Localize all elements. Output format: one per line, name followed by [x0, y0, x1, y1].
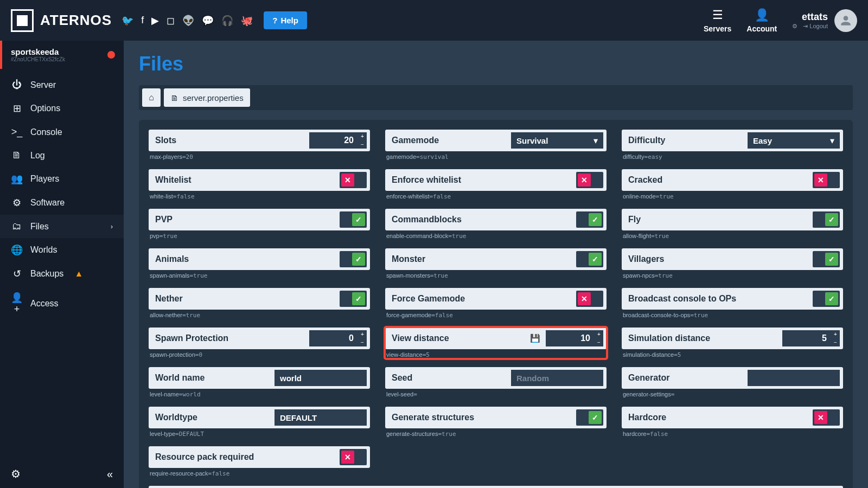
sidebar-item-worlds[interactable]: 🌐Worlds [0, 238, 124, 262]
inc-button[interactable]: + [595, 330, 603, 338]
nav-account[interactable]: 👤 Account [746, 8, 777, 33]
breadcrumb-file-label: server.properties [183, 93, 244, 102]
slots-spinner[interactable]: +− [358, 132, 367, 149]
sidebar-item-label: Files [30, 222, 49, 232]
world-name-input[interactable] [275, 370, 367, 386]
gear-icon[interactable]: ⚙ [11, 467, 21, 480]
sidebar-item-players[interactable]: 👥Players [0, 167, 124, 191]
villagers-toggle[interactable]: ✓ [813, 251, 840, 267]
animals-toggle[interactable]: ✓ [340, 251, 367, 267]
sidebar-item-server[interactable]: ⏻Server [0, 73, 124, 97]
setting-villagers: Villagers✓spawn-npcs=true [622, 248, 843, 279]
sidebar-item-label: Server [30, 80, 56, 90]
logo[interactable]: ATERNOS [11, 9, 112, 32]
setting-label: Spawn Protection [155, 333, 309, 343]
sidebar-item-options[interactable]: ⊞Options [0, 97, 124, 120]
setting-meta: hardcore=false [622, 428, 843, 438]
view-distance-input[interactable] [546, 330, 595, 346]
simulation-distance-spinner[interactable]: +− [831, 330, 840, 346]
sidebar-item-access[interactable]: 👤+Access [0, 286, 124, 321]
setting-worldtype: Worldtypelevel-type=DEFAULT [149, 407, 370, 438]
server-badge[interactable]: sportskeeda #ZnoUCHETXxS2fcZk [0, 41, 124, 69]
instagram-icon[interactable]: ◻ [167, 15, 175, 27]
sidebar-item-console[interactable]: >_Console [0, 120, 124, 144]
setting-label: View distance [392, 333, 530, 343]
pvp-toggle[interactable]: ✓ [340, 211, 367, 228]
setting-meta: enable-command-block=true [385, 230, 607, 240]
sidebar-item-log[interactable]: 🗎Log [0, 144, 124, 167]
inc-button[interactable]: + [358, 132, 367, 140]
setting-nether: Nether✓allow-nether=true [149, 288, 370, 319]
setting-generate-structures: Generate structures✓generate-structures=… [385, 407, 607, 438]
twitter-icon[interactable]: 🐦 [122, 15, 133, 27]
generate-structures-toggle[interactable]: ✓ [576, 409, 603, 426]
generator-input[interactable] [748, 370, 840, 386]
setting-label: Generator [628, 373, 748, 383]
reddit-icon[interactable]: 👽 [182, 15, 194, 27]
hardcore-toggle[interactable]: ✕ [813, 409, 840, 426]
simulation-distance-input[interactable] [782, 330, 831, 346]
breadcrumb-home-icon[interactable]: ⌂ [142, 88, 161, 107]
github-icon[interactable]: 🐙 [241, 15, 253, 27]
gamemode-select[interactable]: Survival [511, 132, 603, 149]
whitelist-toggle[interactable]: ✕ [340, 172, 367, 188]
nether-toggle[interactable]: ✓ [340, 291, 367, 307]
inc-button[interactable]: + [831, 330, 840, 338]
setting-meta: allow-flight=true [622, 230, 843, 240]
players-icon: 👥 [11, 173, 23, 185]
discord-icon[interactable]: 💬 [202, 15, 214, 27]
broadcast-toggle[interactable]: ✓ [813, 291, 840, 307]
setting-meta: online-mode=true [622, 191, 843, 200]
facebook-icon[interactable]: f [141, 15, 144, 27]
spawn-protection-input[interactable] [309, 330, 358, 346]
worldtype-input[interactable] [275, 409, 367, 426]
help-button[interactable]: ? Help [264, 11, 307, 29]
setting-world-name: World namelevel-name=world [149, 367, 370, 398]
dec-button[interactable]: − [595, 338, 603, 346]
spawn-protection-spinner[interactable]: +− [358, 330, 367, 346]
collapse-icon[interactable]: « [107, 468, 113, 480]
nav-servers-label: Servers [704, 24, 731, 33]
dec-button[interactable]: − [831, 338, 840, 346]
setting-label: Resource pack required [155, 452, 340, 462]
sidebar-item-files[interactable]: 🗂Files› [0, 215, 124, 238]
files-icon: 🗂 [11, 221, 23, 232]
save-icon[interactable]: 💾 [530, 333, 540, 343]
setting-fly: Fly✓allow-flight=true [622, 209, 843, 240]
sidebar-item-label: Access [30, 299, 59, 309]
monster-toggle[interactable]: ✓ [576, 251, 603, 267]
commandblocks-toggle[interactable]: ✓ [576, 211, 603, 228]
setting-label: Force Gamemode [392, 294, 576, 304]
dec-button[interactable]: − [358, 338, 367, 346]
avatar[interactable] [834, 9, 857, 32]
youtube-icon[interactable]: ▶ [151, 15, 159, 27]
sidebar-item-software[interactable]: ⚙Software [0, 191, 124, 215]
slots-input[interactable] [309, 132, 358, 149]
dec-button[interactable]: − [358, 140, 367, 149]
setting-meta: spawn-monsters=true [385, 270, 607, 279]
inc-button[interactable]: + [358, 330, 367, 338]
resource-pack-required-toggle[interactable]: ✕ [340, 449, 367, 465]
difficulty-select[interactable]: Easy [748, 132, 840, 149]
breadcrumb-file[interactable]: 🗎 server.properties [164, 88, 250, 107]
nav-servers[interactable]: ☰ Servers [704, 8, 731, 33]
logout-link[interactable]: ⇥ Logout [803, 23, 828, 30]
options-icon: ⊞ [11, 102, 23, 114]
enforce-whitelist-toggle[interactable]: ✕ [576, 172, 603, 188]
setting-resource-pack-required: Resource pack required✕require-resource-… [149, 446, 370, 477]
file-icon: 🗎 [170, 93, 178, 102]
fly-toggle[interactable]: ✓ [813, 211, 840, 228]
sidebar-item-backups[interactable]: ↺Backups▲ [0, 262, 124, 286]
setting-label: Cracked [628, 175, 813, 185]
setting-simulation-distance: Simulation distance+−simulation-distance… [622, 328, 843, 358]
seed-input[interactable] [511, 370, 603, 386]
setting-meta: broadcast-console-to-ops=true [622, 310, 843, 319]
force-gamemode-toggle[interactable]: ✕ [576, 291, 603, 307]
setting-label: Fly [628, 215, 813, 224]
view-distance-spinner[interactable]: +− [595, 330, 603, 346]
setting-meta: simulation-distance=5 [622, 349, 843, 358]
cracked-toggle[interactable]: ✕ [813, 172, 840, 188]
settings-icon[interactable]: ⚙ [792, 23, 797, 30]
teamspeak-icon[interactable]: 🎧 [221, 15, 233, 27]
setting-enforce-whitelist: Enforce whitelist✕enforce-whitelist=fals… [385, 169, 607, 200]
